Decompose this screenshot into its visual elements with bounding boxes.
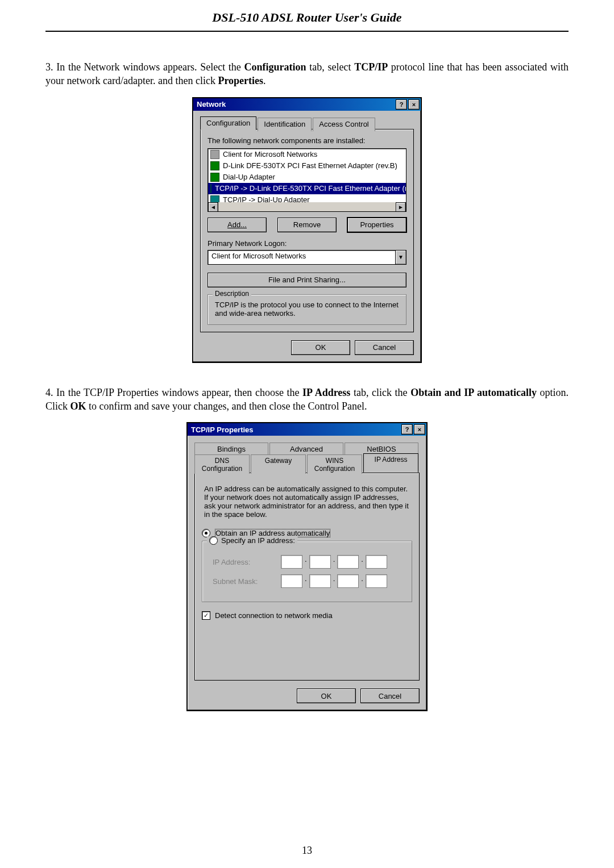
network-dialog: Network ? × Configuration Identification… bbox=[192, 97, 422, 363]
tcpip-titlebar[interactable]: TCP/IP Properties ? × bbox=[188, 423, 426, 436]
configuration-panel: The following network components are ins… bbox=[200, 129, 414, 332]
description-group: Description TCP/IP is the protocol you u… bbox=[208, 294, 406, 325]
tab-wins-config[interactable]: WINS Configuration bbox=[307, 454, 362, 474]
step-4-number: 4. bbox=[45, 387, 53, 398]
ok-button[interactable]: OK bbox=[291, 340, 350, 355]
detect-label: Detect connection to network media bbox=[215, 611, 333, 620]
tcpip-dialog: TCP/IP Properties ? × Bindings Advanced … bbox=[186, 422, 428, 711]
primary-logon-combo[interactable]: Client for Microsoft Networks ▼ bbox=[208, 250, 406, 265]
adapter-icon bbox=[210, 173, 219, 182]
network-title: Network bbox=[197, 100, 226, 108]
ip-octet[interactable] bbox=[337, 555, 359, 569]
s4-b1: IP Address bbox=[302, 387, 350, 398]
primary-logon-value: Client for Microsoft Networks bbox=[208, 250, 396, 265]
h-scrollbar[interactable]: ◄ ► bbox=[208, 202, 406, 211]
s4-b2: Obtain and IP automatically bbox=[410, 387, 537, 398]
components-listbox[interactable]: Client for Microsoft Networks D-Link DFE… bbox=[208, 148, 406, 212]
ip-octet[interactable] bbox=[337, 574, 359, 588]
ip-address-panel: An IP address can be automatically assig… bbox=[194, 473, 420, 681]
ip-octet[interactable] bbox=[309, 574, 331, 588]
s3-t4: . bbox=[263, 75, 266, 86]
file-print-sharing-button[interactable]: File and Print Sharing... bbox=[208, 273, 406, 287]
ok-button[interactable]: OK bbox=[297, 688, 356, 703]
ok-label: OK bbox=[316, 343, 326, 352]
scroll-left-icon[interactable]: ◄ bbox=[208, 202, 218, 212]
primary-logon-label: Primary Network Logon: bbox=[208, 239, 406, 248]
protocol-icon bbox=[210, 184, 211, 193]
tab-advanced[interactable]: Advanced bbox=[269, 443, 343, 454]
subnet-mask-label: Subnet Mask: bbox=[213, 577, 269, 586]
list-item[interactable]: Client for Microsoft Networks bbox=[208, 149, 406, 160]
s4-t4: to confirm and save your changes, and th… bbox=[86, 400, 367, 412]
cancel-button[interactable]: Cancel bbox=[355, 340, 414, 355]
tab-dns-config[interactable]: DNS Configuration bbox=[194, 454, 250, 474]
properties-label: Properties bbox=[360, 220, 393, 229]
scroll-right-icon[interactable]: ► bbox=[396, 202, 406, 212]
add-button[interactable]: Add... bbox=[208, 218, 267, 232]
step-4-text: 4. In the TCP/IP Properties windows appe… bbox=[45, 386, 569, 414]
radio-specify-label: Specify an IP address: bbox=[221, 536, 295, 545]
tab-identification[interactable]: Identification bbox=[258, 118, 312, 131]
list-item-label: Client for Microsoft Networks bbox=[223, 150, 317, 158]
s3-b1: Configuration bbox=[244, 61, 306, 73]
ip-octet[interactable] bbox=[366, 574, 387, 588]
tab-gateway[interactable]: Gateway bbox=[251, 454, 306, 474]
close-button[interactable]: × bbox=[414, 424, 425, 435]
ip-octet[interactable] bbox=[366, 555, 387, 569]
cancel-label: Cancel bbox=[373, 343, 396, 352]
subnet-mask-field[interactable]: . . . bbox=[281, 574, 387, 588]
tab-ip-address[interactable]: IP Address bbox=[363, 453, 418, 473]
help-button[interactable]: ? bbox=[396, 99, 407, 110]
file-print-label: File and Print Sharing... bbox=[268, 276, 346, 284]
radio-specify[interactable] bbox=[209, 536, 218, 545]
ip-octet[interactable] bbox=[281, 555, 302, 569]
ok-label: OK bbox=[321, 692, 332, 700]
remove-button[interactable]: Remove bbox=[277, 218, 337, 232]
tcpip-title: TCP/IP Properties bbox=[191, 425, 254, 434]
s3-b2: TCP/IP bbox=[354, 61, 388, 73]
page-number: 13 bbox=[0, 845, 614, 857]
remove-label: Remove bbox=[293, 220, 321, 229]
network-tabs: Configuration Identification Access Cont… bbox=[200, 116, 414, 130]
page-header-title: DSL-510 ADSL Router User's Guide bbox=[45, 0, 569, 25]
s3-t1: In the Network windows appears. Select t… bbox=[56, 61, 244, 73]
tab-bindings[interactable]: Bindings bbox=[194, 443, 268, 454]
s4-t1: In the TCP/IP Properties windows appear,… bbox=[56, 387, 302, 398]
cancel-button[interactable]: Cancel bbox=[360, 688, 420, 703]
ip-octet[interactable] bbox=[309, 555, 331, 569]
list-item-selected[interactable]: TCP/IP -> D-Link DFE-530TX PCI Fast Ethe… bbox=[208, 183, 406, 194]
s4-b3: OK bbox=[70, 400, 86, 412]
list-item-label: TCP/IP -> D-Link DFE-530TX PCI Fast Ethe… bbox=[215, 184, 406, 193]
tcpip-tabs: Bindings Advanced NetBIOS DNS Configurat… bbox=[194, 441, 420, 473]
help-button[interactable]: ? bbox=[401, 424, 413, 435]
list-item-label: Dial-Up Adapter bbox=[223, 173, 275, 181]
list-item-label: D-Link DFE-530TX PCI Fast Ethernet Adapt… bbox=[223, 161, 397, 170]
ip-intro-text: An IP address can be automatically assig… bbox=[204, 485, 410, 519]
list-item[interactable]: D-Link DFE-530TX PCI Fast Ethernet Adapt… bbox=[208, 160, 406, 172]
tab-netbios[interactable]: NetBIOS bbox=[345, 443, 418, 454]
adapter-icon bbox=[210, 161, 219, 170]
specify-group: Specify an IP address: IP Address: . . . bbox=[202, 541, 412, 602]
properties-button[interactable]: Properties bbox=[347, 218, 406, 232]
chevron-down-icon[interactable]: ▼ bbox=[396, 250, 406, 265]
tab-access-control[interactable]: Access Control bbox=[313, 118, 375, 131]
step-3-text: 3. In the Network windows appears. Selec… bbox=[45, 60, 569, 88]
s3-b3: Properties bbox=[218, 75, 263, 86]
detect-row[interactable]: ✓ Detect connection to network media bbox=[202, 611, 412, 620]
ip-octet[interactable] bbox=[281, 574, 302, 588]
detect-checkbox[interactable]: ✓ bbox=[202, 611, 210, 620]
description-text: TCP/IP is the protocol you use to connec… bbox=[215, 301, 399, 318]
close-button[interactable]: × bbox=[408, 99, 420, 110]
ip-address-label: IP Address: bbox=[213, 558, 269, 566]
add-label: Add... bbox=[227, 220, 247, 229]
network-titlebar[interactable]: Network ? × bbox=[193, 98, 421, 111]
components-intro: The following network components are ins… bbox=[208, 136, 406, 145]
s4-t2: tab, click the bbox=[350, 387, 410, 398]
tab-configuration[interactable]: Configuration bbox=[200, 116, 256, 130]
ip-address-field[interactable]: . . . bbox=[281, 555, 387, 569]
description-legend: Description bbox=[213, 290, 251, 298]
client-icon bbox=[210, 150, 219, 159]
list-item[interactable]: Dial-Up Adapter bbox=[208, 172, 406, 183]
cancel-label: Cancel bbox=[379, 692, 401, 700]
step-3-number: 3. bbox=[45, 61, 53, 73]
